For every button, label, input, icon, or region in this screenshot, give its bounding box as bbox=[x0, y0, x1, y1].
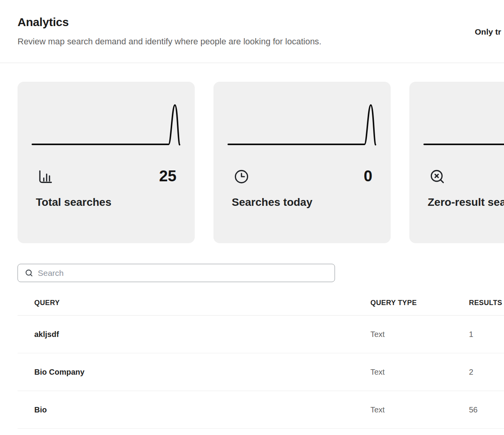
column-header-query-type: QUERY TYPE bbox=[370, 299, 417, 307]
page-subtitle: Review map search demand and identify wh… bbox=[18, 37, 321, 47]
stat-card-searches-today: 0 Searches today bbox=[213, 82, 391, 243]
table-row: Bio Text 56 bbox=[18, 391, 504, 429]
search-x-icon bbox=[429, 168, 446, 185]
query-type-cell: Text bbox=[370, 353, 385, 391]
header-divider bbox=[0, 63, 504, 63]
search-icon bbox=[25, 268, 33, 277]
bar-chart-icon bbox=[37, 168, 54, 185]
search-input[interactable] bbox=[38, 264, 335, 282]
results-cell: 2 bbox=[469, 353, 473, 391]
query-cell: Bio bbox=[34, 391, 47, 428]
query-cell: akljsdf bbox=[34, 316, 59, 353]
stat-value: 0 bbox=[364, 167, 372, 184]
results-cell: 56 bbox=[469, 391, 478, 428]
search-bar bbox=[18, 264, 335, 282]
stat-card-zero-result-searches: Zero-result searches bbox=[409, 82, 504, 243]
header-right-note: Only tr bbox=[475, 27, 501, 37]
sparkline-chart bbox=[423, 103, 504, 148]
clock-icon bbox=[233, 168, 250, 185]
stat-card-total-searches: 25 Total searches bbox=[18, 82, 195, 243]
column-header-query: QUERY bbox=[34, 299, 60, 307]
sparkline-chart bbox=[227, 103, 376, 148]
sparkline-chart bbox=[32, 103, 180, 148]
stat-label: Zero-result searches bbox=[428, 196, 504, 209]
results-cell: 1 bbox=[469, 316, 473, 353]
stat-label: Total searches bbox=[36, 196, 111, 209]
analytics-page: Analytics Review map search demand and i… bbox=[0, 0, 504, 435]
stat-value: 25 bbox=[159, 167, 177, 184]
query-cell: Bio Company bbox=[34, 353, 85, 391]
table-row: akljsdf Text 1 bbox=[18, 316, 504, 353]
page-title: Analytics bbox=[18, 16, 69, 29]
column-header-results: RESULTS bbox=[469, 299, 502, 307]
query-type-cell: Text bbox=[370, 391, 385, 428]
stat-label: Searches today bbox=[232, 196, 312, 209]
table-row: Bio Company Text 2 bbox=[18, 353, 504, 391]
query-type-cell: Text bbox=[370, 316, 385, 353]
